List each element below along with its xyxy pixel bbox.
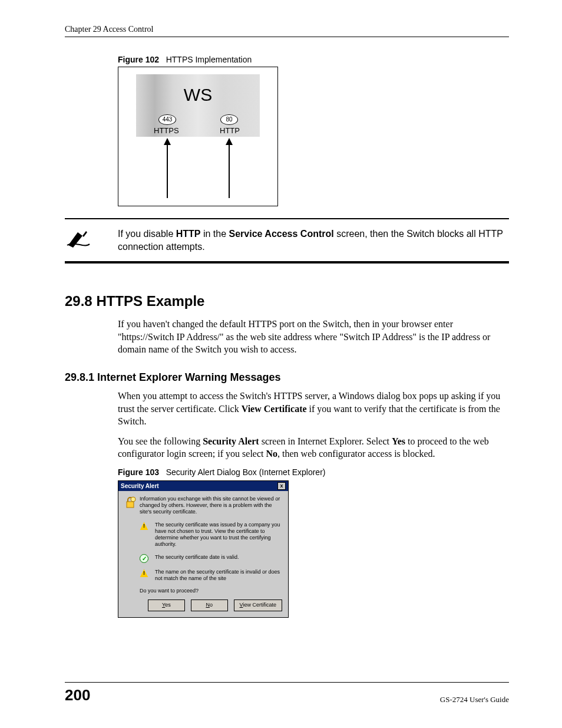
ws-label: WS (118, 85, 277, 105)
no-button[interactable]: No (191, 599, 228, 611)
figure-102-text: HTTPS Implementation (166, 55, 252, 64)
dialog-item-2: The security certificate date is valid. (155, 554, 282, 563)
https-label: HTTPS (154, 126, 179, 135)
figure-103-label: Figure 103 (118, 467, 159, 477)
close-icon[interactable]: x (277, 482, 286, 490)
port-80: 80 (220, 114, 238, 125)
http-label: HTTP (220, 126, 240, 135)
dialog-intro: Information you exchange with this site … (140, 496, 282, 516)
section-29-8-para: If you haven't changed the default HTTPS… (118, 318, 509, 356)
section-29-8-heading: 29.8 HTTPS Example (65, 293, 509, 309)
section-29-8-1-heading: 29.8.1 Internet Explorer Warning Message… (65, 371, 509, 384)
note-block: If you disable HTTP in the Service Acces… (65, 218, 509, 263)
lock-icon (124, 496, 140, 516)
section-29-8-1-para2: You see the following Security Alert scr… (118, 435, 509, 460)
view-certificate-button[interactable]: View Certificate (234, 599, 282, 611)
warning-icon (140, 569, 155, 582)
dialog-item-1: The security certificate was issued by a… (155, 522, 282, 548)
dialog-question: Do you want to proceed? (140, 588, 282, 594)
figure-102: WS 443 80 HTTPS HTTP (118, 67, 278, 206)
svg-point-1 (131, 497, 135, 502)
figure-102-label: Figure 102 (118, 55, 159, 64)
note-icon (65, 228, 100, 251)
note-text: If you disable HTTP in the Service Acces… (100, 228, 509, 253)
page-number: 200 (65, 686, 90, 704)
dialog-title: Security Alert (121, 483, 159, 489)
figure-103-text: Security Alert Dialog Box (Internet Expl… (166, 467, 326, 477)
svg-rect-0 (127, 502, 134, 508)
figure-102-caption: Figure 102 HTTPS Implementation (118, 55, 509, 64)
yes-button[interactable]: Yes (148, 599, 185, 611)
dialog-item-3: The name on the security certificate is … (155, 569, 282, 582)
check-icon: ✓ (140, 554, 155, 563)
section-29-8-1-para1: When you attempt to access the Switch's … (118, 390, 509, 428)
security-alert-dialog: Security Alert x Information you exchang… (118, 480, 289, 618)
arrow-http (229, 139, 230, 198)
guide-name: GS-2724 User's Guide (440, 695, 509, 704)
figure-103-caption: Figure 103 Security Alert Dialog Box (In… (118, 467, 509, 477)
warning-icon (140, 522, 155, 548)
port-443: 443 (158, 114, 176, 125)
chapter-label: Chapter 29 Access Control (65, 25, 153, 34)
arrow-https (167, 139, 168, 198)
